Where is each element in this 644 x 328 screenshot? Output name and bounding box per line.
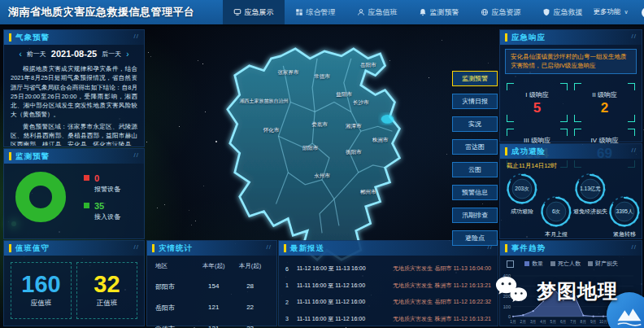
legend-label: 死亡人数 bbox=[558, 260, 581, 268]
gauge-label: 避免经济损失 bbox=[573, 208, 607, 216]
map-btn-cloud[interactable]: 云图 bbox=[452, 162, 498, 177]
city-label: 湘潭市 bbox=[346, 123, 362, 130]
nav-label: 综合管理 bbox=[307, 7, 336, 18]
list-item[interactable]: 2 11-11 16:00 至 11-12 16:00 无地质灾害发生 岳阳市 … bbox=[285, 294, 491, 311]
city-label: 张家界市 bbox=[277, 69, 298, 77]
city-label: 衡阳市 bbox=[346, 149, 362, 156]
date-navigation: ‹ 前一天 2021-08-25 后一天 › bbox=[4, 45, 144, 63]
alarm-count: 0 bbox=[94, 173, 99, 183]
city-label: 怀化市 bbox=[263, 127, 280, 134]
table-row-city: 岳阳市 bbox=[155, 304, 195, 313]
shield-icon bbox=[542, 8, 550, 16]
push-no: 2 bbox=[285, 300, 297, 305]
nav-item-emergency-resources[interactable]: 应急资源 bbox=[470, 0, 532, 24]
nav-item-comprehensive-management[interactable]: 综合管理 bbox=[285, 0, 346, 24]
legend-item-count[interactable]: 数量 bbox=[524, 260, 543, 268]
map-btn-shelter-points[interactable]: 避险点 bbox=[452, 230, 498, 246]
more-functions-menu[interactable]: 更多功能 ∨ bbox=[594, 7, 629, 17]
user-menu[interactable]: 管理员 ∨ bbox=[642, 7, 644, 18]
push-status: 无地质灾害发生 bbox=[393, 282, 434, 290]
legend-marker bbox=[524, 261, 529, 266]
green-square-icon bbox=[84, 203, 89, 208]
latest-push-panel: 最新报送 6 11-12 16:00 至 11-13 16:00 无地质灾害发生… bbox=[278, 240, 498, 326]
push-status: 无地质灾害发生 bbox=[393, 265, 434, 273]
should-duty-label: 应值班 bbox=[31, 299, 52, 308]
weather-text: 根据地质灾害成灾规律和孕灾条件，结合2021年8月25日短期气象预报情况，省自然… bbox=[4, 63, 144, 146]
should-duty-count: 160 bbox=[21, 273, 60, 296]
legend-marker bbox=[588, 261, 593, 266]
nav-label: 应急资源 bbox=[492, 7, 521, 18]
svg-text:9月: 9月 bbox=[590, 320, 596, 325]
disaster-stats-table: 地区 本年(起) 本月(起) 邵阳市 154 28 岳阳市 121 22 常德市… bbox=[147, 256, 276, 328]
panel-title: 监测预警 bbox=[4, 149, 144, 164]
map-btn-monitor-warning[interactable]: 监测预警 bbox=[452, 71, 498, 86]
response-level-label: II 级响应 bbox=[592, 90, 617, 99]
device-donut-chart bbox=[15, 172, 66, 222]
city-label: 岳阳市 bbox=[360, 61, 376, 68]
list-item[interactable]: 1 11-11 16:00 至 11-12 16:00 无地质灾害发生 株洲市 … bbox=[285, 278, 491, 295]
map-btn-radar[interactable]: 雷达图 bbox=[452, 139, 498, 155]
city-label: 郴州市 bbox=[360, 188, 376, 195]
legend-label: 数量 bbox=[532, 260, 543, 268]
nav-item-emergency-duty[interactable]: 应急值班 bbox=[346, 0, 408, 24]
col-header-year: 本年(起) bbox=[195, 262, 232, 270]
gauge-label: 紧急转移 bbox=[613, 230, 636, 238]
map-btn-disaster-daily[interactable]: 灾情日报 bbox=[452, 94, 498, 109]
push-period: 11-12 16:00 至 11-13 16:00 bbox=[297, 265, 393, 273]
list-item[interactable]: 3 11-11 16:00 至 11-12 16:00 无地质灾害发生 株洲市 … bbox=[285, 311, 491, 328]
nav-item-emergency-display[interactable]: 应急展示 bbox=[223, 0, 285, 24]
svg-text:7月: 7月 bbox=[570, 320, 576, 325]
legend-item-property-loss[interactable]: 财产损失 bbox=[588, 260, 618, 268]
hunan-province-map[interactable]: 张家界市 常德市 岳阳市 湘西土家族苗族自治州 益阳市 长沙市 怀化市 娄底市 … bbox=[208, 39, 450, 238]
map-btn-live[interactable]: 实况 bbox=[452, 116, 498, 132]
chart-toolbox-icon[interactable] bbox=[507, 260, 514, 268]
access-count: 35 bbox=[94, 201, 104, 211]
svg-text:200: 200 bbox=[503, 294, 511, 299]
on-duty-box: 32 正值班 bbox=[76, 262, 137, 319]
as-of-date: 截止11月14日12时 bbox=[500, 159, 642, 170]
table-row-city: 邵阳市 bbox=[155, 282, 195, 291]
svg-text:3月: 3月 bbox=[530, 320, 536, 325]
main-nav: 应急展示 综合管理 应急值班 监测预警 应急资源 应急救援 bbox=[223, 0, 594, 24]
response-value-0: 5 bbox=[533, 101, 541, 115]
nav-item-monitor-warning[interactable]: 监测预警 bbox=[408, 0, 470, 24]
access-label: 接入设备 bbox=[94, 212, 120, 221]
table-row-year-value: 121 bbox=[195, 325, 232, 328]
duty-body: 160 应值班 32 正值班 bbox=[4, 256, 144, 326]
push-source: 株洲市 11-12 16:13:21 bbox=[434, 282, 491, 290]
gauge-label: 成功避险 bbox=[511, 208, 533, 216]
weather-warning-panel: 气象预警 ‹ 前一天 2021-08-25 后一天 › 根据地质灾害成灾规律和孕… bbox=[3, 29, 145, 147]
chevron-down-icon: ∨ bbox=[624, 9, 629, 15]
on-duty-label: 正值班 bbox=[97, 299, 118, 308]
app-title: 湖南省地质灾害应急救援信息管理平台 bbox=[0, 0, 203, 24]
alarm-label: 报警设备 bbox=[94, 185, 120, 194]
svg-text:2月: 2月 bbox=[520, 320, 526, 325]
svg-text:8月: 8月 bbox=[581, 320, 586, 325]
table-row-year-value: 154 bbox=[195, 282, 232, 291]
nav-label: 应急救援 bbox=[554, 7, 583, 18]
table-row-month-value: 28 bbox=[232, 282, 268, 291]
list-item[interactable]: 6 11-12 16:00 至 11-13 16:00 无地质灾害发生 岳阳市 … bbox=[285, 260, 491, 278]
prev-day-button[interactable]: 前一天 bbox=[27, 50, 46, 59]
svg-text:4月: 4月 bbox=[540, 320, 546, 325]
legend-item-deaths[interactable]: 死亡人数 bbox=[550, 260, 581, 268]
next-day-button[interactable]: 后一天 bbox=[102, 50, 121, 59]
mountain-wave-icon bbox=[613, 299, 644, 328]
alarm-icon bbox=[419, 8, 427, 16]
nav-item-emergency-rescue[interactable]: 应急救援 bbox=[532, 0, 594, 24]
map-btn-warning-info[interactable]: 预警信息 bbox=[452, 185, 498, 200]
gauge-value: 1.13亿元 bbox=[573, 172, 607, 206]
avatar bbox=[642, 7, 644, 18]
more-functions-label: 更多功能 bbox=[594, 7, 621, 17]
gauge-value: 6次 bbox=[539, 195, 573, 229]
map-layer-buttons: 监测预警 灾情日报 实况 雷达图 云图 预警信息 汛期排查 避险点 bbox=[452, 71, 498, 246]
response-level-2: II 级响应 2 bbox=[574, 83, 635, 122]
legend-access: 35 bbox=[84, 201, 120, 211]
svg-text:10月: 10月 bbox=[599, 320, 607, 325]
panel-title: 值班值守 bbox=[4, 241, 144, 256]
panel-title: 事件趋势 bbox=[500, 241, 642, 256]
response-notice-ticker: 安化县仙溪镇黄沙坪村的山弯一组发生地质灾害险情，已启动IV级应急响应 bbox=[505, 49, 637, 74]
push-period: 11-11 16:00 至 11-12 16:00 bbox=[297, 315, 393, 323]
map-btn-flood-inspection[interactable]: 汛期排查 bbox=[452, 208, 498, 223]
table-row-month-value: 22 bbox=[232, 304, 268, 313]
